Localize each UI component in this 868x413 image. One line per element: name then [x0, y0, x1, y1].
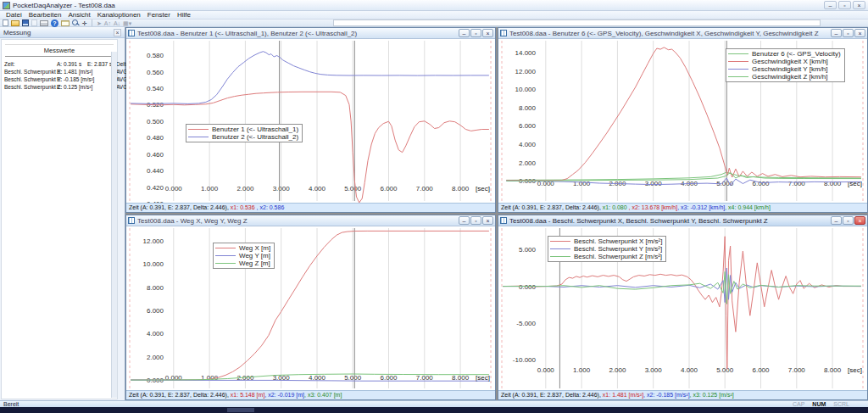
svg-text:2.000: 2.000: [147, 354, 164, 361]
minimize-button[interactable]: –: [459, 216, 470, 225]
print-icon[interactable]: [40, 20, 48, 27]
legend-label: Benutzer 6 (<- GPS_Velocity): [752, 50, 841, 58]
help-icon[interactable]: ?: [51, 20, 58, 27]
window-controls: –▫×: [459, 29, 493, 37]
pointer-icon: ➤: [97, 20, 102, 27]
status-value: Zeit (A: 0.391, E: 2.837, Delta: 2.446),: [501, 392, 603, 398]
chart-legend[interactable]: Benutzer 1 (<- Ultraschall_1)Benutzer 2 …: [186, 124, 303, 142]
open-file-icon[interactable]: [11, 20, 19, 27]
legend-label: Weg Z [m]: [239, 260, 270, 267]
close-button[interactable]: ×: [854, 216, 865, 225]
status-value: Zeit (A: 0.391, E: 2.837, Delta: 2.446),: [501, 204, 603, 210]
window-titlebar[interactable]: Test008.daa - Benutzer 6 (<- GPS_Velocit…: [498, 28, 867, 39]
chart-legend[interactable]: Beschl. Schwerpunkt X [m/s²]Beschl. Schw…: [548, 236, 666, 262]
legend-item: Benutzer 1 (<- Ultraschall_1): [188, 126, 298, 133]
chart-canvas[interactable]: 0.0001.0002.0003.0004.0005.0006.0007.000…: [126, 226, 495, 390]
chart-legend[interactable]: Benutzer 6 (<- GPS_Velocity)Geschwindigk…: [726, 48, 845, 82]
zoom-icon[interactable]: [72, 20, 80, 27]
legend-item: Beschl. Schwerpunkt Z [m/s²]: [550, 253, 662, 260]
menu-item-kanaloptionen[interactable]: Kanaloptionen: [95, 11, 143, 19]
panel-close-icon[interactable]: ×: [114, 29, 121, 36]
new-file-icon[interactable]: [3, 20, 8, 27]
legend-label: Geschwindigkeit Y [km/h]: [752, 65, 828, 73]
chart-window[interactable]: Test008.daa - Benutzer 6 (<- GPS_Velocit…: [498, 27, 868, 213]
measurement-cell: Beschl. Schwerpunkt Z:: [4, 84, 57, 91]
app-titlebar[interactable]: PocketDaqAnalyzer - Test008.daa – ▫ ×: [0, 0, 868, 11]
menu-item-hilfe[interactable]: Hilfe: [175, 11, 193, 19]
chart-canvas[interactable]: 0.0001.0002.0003.0004.0005.0006.0007.000…: [126, 39, 495, 203]
chart-window-icon: [500, 30, 507, 36]
window-titlebar[interactable]: Test008.daa - Benutzer 1 (<- Ultraschall…: [126, 28, 495, 39]
menu-item-datei[interactable]: Datei: [3, 11, 25, 19]
chart-statusbar: Zeit (A: 0.391, E: 2.837, Delta: 2.446),…: [126, 390, 495, 399]
svg-text:4.000: 4.000: [309, 185, 326, 193]
window-titlebar[interactable]: Test008.daa - Weg X, Weg Y, Weg Z–▫×: [126, 215, 495, 226]
measurement-panel-header[interactable]: Messung ×: [0, 27, 125, 38]
chart-area[interactable]: 0.0001.0002.0003.0004.0005.0006.0007.000…: [498, 39, 867, 203]
svg-text:2.000: 2.000: [236, 185, 254, 193]
restore-button[interactable]: ▫: [470, 216, 481, 225]
chart-window[interactable]: Test008.daa - Benutzer 1 (<- Ultraschall…: [125, 27, 496, 213]
legend-label: Geschwindigkeit Z [km/h]: [752, 73, 827, 81]
minimize-button[interactable]: –: [459, 29, 470, 37]
chart-legend[interactable]: Weg X [m]Weg Y [m]Weg Z [m]: [213, 243, 275, 269]
restore-button[interactable]: ▫: [843, 29, 854, 37]
svg-text:0.000: 0.000: [165, 374, 183, 382]
measurement-cell: Beschl. Schwerpunkt X:: [4, 69, 57, 75]
menu-item-ansicht[interactable]: Ansicht: [65, 11, 92, 19]
svg-text:[sec]: [sec]: [848, 366, 862, 374]
legend-line-swatch: [215, 263, 236, 264]
svg-text:8.000: 8.000: [824, 366, 842, 374]
window-titlebar[interactable]: Test008.daa - Beschl. Schwerpunkt X, Bes…: [498, 215, 867, 226]
legend-line-swatch: [550, 241, 570, 242]
svg-text:-5.000: -5.000: [516, 320, 536, 327]
key-indicator-cap: CAP: [793, 401, 804, 407]
restore-button[interactable]: ▫: [470, 29, 481, 37]
close-button[interactable]: ×: [853, 1, 865, 9]
open-file-icon: [11, 20, 19, 26]
svg-text:0.440: 0.440: [147, 167, 164, 175]
chart-window[interactable]: Test008.daa - Weg X, Weg Y, Weg Z–▫×0.00…: [125, 215, 496, 400]
sidebar-scrollbar[interactable]: [111, 52, 117, 398]
close-button[interactable]: ×: [854, 29, 865, 37]
menu-item-fenster[interactable]: Fenster: [145, 11, 173, 19]
app-statusbar: Bereit CAPNUMSCRL: [0, 400, 868, 407]
restore-button[interactable]: ▫: [843, 216, 854, 225]
minimize-button[interactable]: –: [831, 29, 842, 37]
chart-statusbar: Zeit (A: 0.391, E: 2.837, Delta: 2.446),…: [126, 203, 495, 212]
measurement-row: Beschl. Schwerpunkt Y:E: -0.185 [m/s²]AV…: [2, 76, 117, 84]
save-icon[interactable]: [22, 20, 29, 27]
window-controls: –▫×: [459, 216, 493, 225]
menu-item-bearbeiten[interactable]: Bearbeiten: [26, 11, 64, 19]
minimize-button[interactable]: –: [824, 1, 837, 9]
mail-icon[interactable]: [61, 20, 70, 27]
close-button[interactable]: ×: [482, 216, 493, 225]
window-title: Test008.daa - Benutzer 1 (<- Ultraschall…: [137, 30, 456, 37]
svg-text:1.000: 1.000: [573, 180, 591, 187]
key-indicator-num: NUM: [812, 401, 826, 407]
svg-text:2.000: 2.000: [519, 159, 537, 167]
chart-area[interactable]: 0.0001.0002.0003.0004.0005.0006.0007.000…: [126, 226, 495, 390]
legend-line-swatch: [188, 137, 209, 137]
status-value: , x4: 0.944 [km/h]: [725, 204, 771, 210]
legend-item: Geschwindigkeit Y [km/h]: [728, 65, 841, 73]
chart-window[interactable]: Test008.daa - Beschl. Schwerpunkt X, Bes…: [498, 215, 868, 400]
chart-area[interactable]: 0.0001.0002.0003.0004.0005.0006.0007.000…: [498, 226, 867, 390]
svg-text:5.000: 5.000: [519, 246, 537, 254]
print-icon: [40, 20, 48, 26]
svg-text:3.000: 3.000: [273, 185, 291, 193]
chart-area[interactable]: 0.0001.0002.0003.0004.0005.0006.0007.000…: [126, 39, 495, 203]
svg-text:4.000: 4.000: [681, 366, 698, 374]
close-button[interactable]: ×: [482, 29, 493, 37]
status-text: Bereit: [3, 401, 19, 407]
minimize-button[interactable]: –: [831, 216, 842, 225]
status-value: , x3: 0.125 [m/s²]: [690, 392, 734, 398]
legend-item: Benutzer 6 (<- GPS_Velocity): [728, 50, 841, 58]
crosshair-icon[interactable]: ✛: [82, 20, 87, 27]
taskbar-item[interactable]: [227, 408, 254, 412]
legend-label: Beschl. Schwerpunkt Y [m/s²]: [574, 245, 662, 253]
font-increase-icon: A↑: [104, 20, 111, 27]
chart-statusbar: Zeit (A: 0.391, E: 2.837, Delta: 2.446),…: [498, 390, 867, 399]
svg-text:5.000: 5.000: [716, 366, 734, 374]
maximize-button[interactable]: ▫: [838, 1, 851, 9]
